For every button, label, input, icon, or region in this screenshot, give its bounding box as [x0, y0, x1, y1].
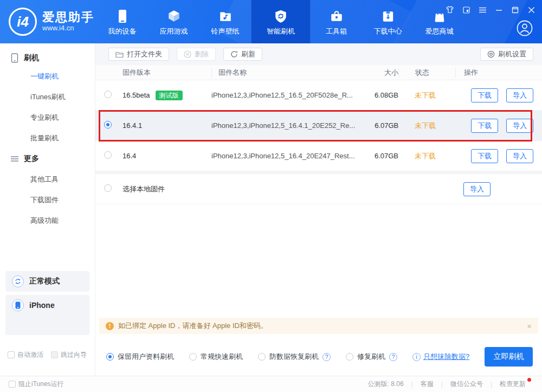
- maximize-icon[interactable]: [511, 5, 519, 14]
- skip-wizard-checkbox[interactable]: 跳过向导: [51, 350, 87, 359]
- nav-label: 铃声壁纸: [211, 27, 240, 36]
- device-mode-card[interactable]: 正常模式: [5, 271, 89, 292]
- flash-now-button[interactable]: 立即刷机: [485, 347, 533, 367]
- local-firmware-row[interactable]: 选择本地固件 导入: [95, 174, 542, 204]
- beta-badge: 测试版: [156, 91, 183, 100]
- option-radio-checked[interactable]: [106, 353, 114, 361]
- update-notification-dot: [527, 378, 531, 382]
- local-firmware-label: 选择本地固件: [122, 184, 165, 194]
- sidebar-item-advanced-features[interactable]: 高级功能: [0, 210, 95, 231]
- nav-tab-smart-flash[interactable]: 智能刷机: [251, 0, 311, 43]
- close-icon[interactable]: [527, 5, 535, 14]
- option-radio[interactable]: [346, 353, 353, 361]
- download-button[interactable]: 下载: [471, 119, 498, 133]
- sidebar-item-batch-flash[interactable]: 批量刷机: [0, 128, 95, 149]
- checkbox-icon: [8, 351, 15, 358]
- app-logo: i4 爱思助手 www.i4.cn: [9, 8, 94, 36]
- firmware-radio-checked[interactable]: [104, 121, 112, 128]
- check-update-link[interactable]: 检查更新: [492, 380, 533, 389]
- delete-circle-icon: [184, 50, 191, 58]
- help-icon[interactable]: ?: [322, 353, 331, 361]
- firmware-name: iPhone12,3,iPhone12,5_16.4.1_20E252_Re..…: [211, 121, 355, 130]
- user-avatar-icon[interactable]: [516, 20, 533, 37]
- flash-settings-button[interactable]: 刷机设置: [480, 48, 533, 61]
- option-radio[interactable]: [189, 353, 197, 361]
- sidebar: 刷机 一键刷机 iTunes刷机 专业刷机 批量刷机 更多 其他工具 下载固件 …: [0, 43, 95, 376]
- notice-text: 如已绑定 Apple ID，请准备好 Apple ID和密码。: [118, 321, 268, 331]
- col-header-status: 状态: [398, 68, 455, 78]
- status-badge: 未下载: [415, 91, 436, 99]
- firmware-name: iPhone12,3,iPhone12,5_16.5_20F5028e_R...: [211, 91, 355, 99]
- download-button[interactable]: 下载: [471, 149, 498, 163]
- download-button[interactable]: 下载: [471, 88, 498, 102]
- option-regular-quick-flash[interactable]: 常规快速刷机: [189, 352, 243, 362]
- status-badge: 未下载: [415, 121, 436, 130]
- status-bar-links: 公测版: 8.06 | 客服 | 微信公众号 | 检查更新: [368, 380, 533, 389]
- option-keep-user-data[interactable]: 保留用户资料刷机: [106, 352, 174, 362]
- sidebar-item-download-firmware[interactable]: 下载固件: [0, 190, 95, 210]
- col-header-size: 大小: [355, 68, 398, 78]
- sync-mode-icon: [12, 275, 24, 287]
- local-firmware-radio[interactable]: [104, 184, 112, 192]
- sidebar-item-one-click-flash[interactable]: 一键刷机: [0, 66, 95, 87]
- firmware-radio[interactable]: [104, 151, 112, 159]
- option-radio[interactable]: [258, 353, 266, 361]
- refresh-button[interactable]: 刷新: [223, 48, 262, 61]
- wechat-official-link[interactable]: 微信公众号: [443, 380, 491, 389]
- notice-close-icon[interactable]: ×: [527, 322, 532, 331]
- import-button[interactable]: 导入: [506, 149, 533, 163]
- nav-tab-my-devices[interactable]: 我的设备: [96, 0, 148, 43]
- window-controls: [446, 5, 535, 14]
- erase-data-link[interactable]: i 只想抹除数据?: [412, 352, 469, 362]
- app-header: i4 爱思助手 www.i4.cn 我的设备 应用游戏: [0, 0, 542, 43]
- nav-label: 应用游戏: [160, 27, 188, 36]
- app-title: 爱思助手: [42, 11, 94, 24]
- device-mode-label: 正常模式: [29, 277, 60, 286]
- toolbox-icon: [330, 7, 344, 23]
- firmware-version: 16.4: [122, 152, 136, 160]
- minimize-icon[interactable]: [494, 5, 503, 14]
- import-button[interactable]: 导入: [463, 182, 491, 196]
- phone-icon: [11, 53, 18, 63]
- block-itunes-checkbox[interactable]: 阻止iTunes运行: [9, 380, 64, 389]
- option-repair-flash[interactable]: 修复刷机 ?: [346, 352, 397, 362]
- mini-mode-icon[interactable]: [462, 5, 470, 14]
- firmware-row[interactable]: 16.5beta 测试版 iPhone12,3,iPhone12,5_16.5_…: [95, 80, 542, 111]
- nav-tab-apps-games[interactable]: 应用游戏: [148, 0, 199, 43]
- sidebar-item-pro-flash[interactable]: 专业刷机: [0, 107, 95, 128]
- open-folder-button[interactable]: 打开文件夹: [108, 48, 169, 61]
- status-badge: 未下载: [415, 152, 436, 160]
- col-header-version: 固件版本: [122, 68, 211, 78]
- i4-logo-icon: i4: [9, 8, 37, 36]
- auto-activate-checkbox[interactable]: 自动激活: [8, 350, 43, 359]
- firmware-row[interactable]: 16.4 iPhone12,3,iPhone12,5_16.4_20E247_R…: [95, 141, 542, 171]
- option-anti-data-recovery-flash[interactable]: 防数据恢复刷机 ?: [258, 352, 331, 362]
- menu-icon[interactable]: [478, 5, 487, 14]
- download-box-icon: [381, 7, 395, 23]
- col-header-name: 固件名称: [211, 68, 355, 78]
- nav-tab-toolbox[interactable]: 工具箱: [311, 0, 362, 43]
- sidebar-item-other-tools[interactable]: 其他工具: [0, 169, 95, 190]
- status-bar: 阻止iTunes运行 公测版: 8.06 | 客服 | 微信公众号 | 检查更新: [0, 376, 542, 392]
- theme-skin-icon[interactable]: [446, 5, 454, 14]
- folder-icon: [115, 51, 124, 58]
- delete-button[interactable]: 删除: [177, 48, 216, 61]
- firmware-version: 16.5beta: [122, 91, 150, 99]
- nav-tab-ringtones-wallpapers[interactable]: 铃声壁纸: [199, 0, 251, 43]
- table-header: 固件版本 固件名称 大小 状态 操作: [95, 65, 542, 80]
- customer-service-link[interactable]: 客服: [413, 380, 441, 389]
- import-button[interactable]: 导入: [506, 88, 533, 102]
- firmware-size: 6.08GB: [355, 91, 398, 99]
- nav-tab-download-center[interactable]: 下载中心: [362, 0, 414, 43]
- nav-label: 爱思商城: [425, 27, 454, 36]
- connected-device-name: iPhone: [29, 299, 55, 311]
- firmware-row-selected[interactable]: 16.4.1 iPhone12,3,iPhone12,5_16.4.1_20E2…: [95, 111, 542, 141]
- sidebar-item-itunes-flash[interactable]: iTunes刷机: [0, 87, 95, 107]
- import-button[interactable]: 导入: [506, 119, 533, 133]
- shopping-bag-icon: [433, 7, 447, 23]
- firmware-name: iPhone12,3,iPhone12,5_16.4_20E247_Rest..…: [211, 152, 355, 160]
- help-icon[interactable]: ?: [389, 353, 397, 361]
- refresh-icon: [230, 50, 238, 58]
- firmware-radio[interactable]: [104, 91, 112, 98]
- connected-device-card[interactable]: iPhone: [5, 295, 89, 335]
